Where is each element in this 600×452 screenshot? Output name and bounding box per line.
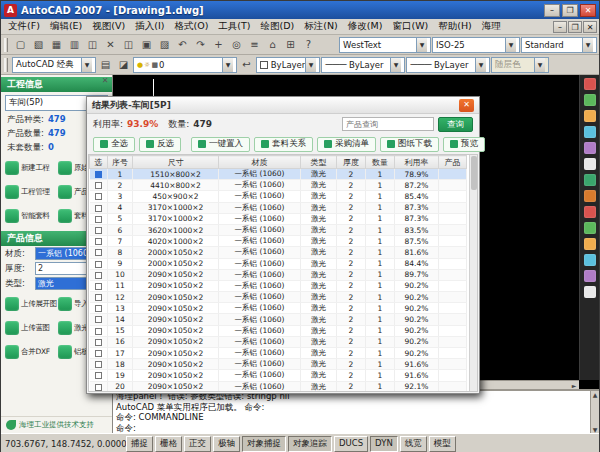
column-header[interactable]: 尺寸 — [133, 156, 219, 169]
row-checkbox[interactable] — [95, 272, 102, 279]
dialog-close-icon[interactable]: ✕ — [459, 99, 474, 112]
checkbox-cell[interactable] — [90, 180, 108, 191]
mtext-icon[interactable] — [584, 206, 596, 218]
status-toggle[interactable]: 对象追踪 — [288, 436, 332, 452]
status-toggle[interactable]: 正交 — [184, 436, 211, 452]
lineweight-dropdown[interactable]: ——— ByLayer ▼ — [406, 57, 490, 73]
insert-block-icon[interactable] — [584, 190, 596, 202]
table-row[interactable]: 192090×1050×2一系铝 (1060)激光2191.6% — [90, 370, 467, 381]
command-line-window[interactable]: 海理panel！ 错误: 参数类型错误: stringp nilAutoCAD … — [113, 389, 599, 433]
dimension-icon[interactable] — [584, 222, 596, 234]
vertical-scrollbar[interactable]: ▲▼ — [590, 391, 599, 433]
help-icon[interactable]: ? — [300, 37, 317, 53]
pan-icon[interactable]: + — [210, 37, 227, 53]
checkbox-cell[interactable] — [90, 370, 108, 381]
minimize-icon[interactable]: – — [544, 4, 560, 17]
row-checkbox[interactable] — [95, 305, 102, 312]
row-checkbox[interactable] — [95, 328, 102, 335]
restore-icon[interactable]: ❐ — [562, 4, 578, 17]
status-toggle[interactable]: 线宽 — [400, 436, 427, 452]
query-button[interactable]: 查询 — [438, 117, 473, 132]
row-checkbox[interactable] — [95, 216, 102, 223]
erase-icon[interactable] — [584, 286, 596, 298]
table-row[interactable]: 202090×1050×2一系铝 (1060)激光2192.1% — [90, 381, 467, 392]
table-row[interactable]: 43170×1000×2一系铝 (1060)激光2187.3% — [90, 202, 467, 213]
scroll-right-icon[interactable]: ► — [569, 382, 579, 389]
table-row[interactable]: 3450×900×2一系铝 (1060)激光2185.4% — [90, 191, 467, 202]
color-dropdown[interactable]: ByLayer ▼ — [256, 57, 320, 73]
checkbox-cell[interactable] — [90, 224, 108, 235]
checkbox-cell[interactable] — [90, 191, 108, 202]
status-toggle[interactable]: 极轴 — [213, 436, 240, 452]
chevron-down-icon[interactable]: ▼ — [81, 58, 92, 72]
table-row[interactable]: 172090×1050×2一系铝 (1060)激光2190.2% — [90, 348, 467, 359]
row-checkbox[interactable] — [95, 316, 102, 323]
checkbox-cell[interactable] — [90, 236, 108, 247]
table-row[interactable]: 162090×1050×2一系铝 (1060)激光2190.2% — [90, 336, 467, 347]
checkbox-cell[interactable] — [90, 303, 108, 314]
chevron-down-icon[interactable]: ▼ — [390, 58, 401, 72]
table-row[interactable]: 182090×1050×2一系铝 (1060)激光2191.6% — [90, 359, 467, 370]
table-row[interactable]: 63620×1000×2一系铝 (1060)激光2183.5% — [90, 224, 467, 235]
toolbar-grip[interactable] — [4, 58, 8, 72]
chevron-down-icon[interactable]: ▼ — [582, 38, 593, 52]
paste-icon[interactable]: ▣ — [138, 37, 155, 53]
table-row[interactable]: 53170×1000×2一系铝 (1060)激光2187.3% — [90, 213, 467, 224]
line-icon[interactable] — [584, 78, 596, 90]
checkbox-cell[interactable] — [90, 348, 108, 359]
row-checkbox[interactable] — [95, 294, 102, 301]
quickcalc-icon[interactable]: ⊞ — [282, 37, 299, 53]
table-style-dropdown[interactable]: Standard ▼ — [521, 37, 597, 53]
status-toggle[interactable]: DYN — [370, 436, 398, 452]
row-checkbox[interactable] — [95, 182, 102, 189]
rotate-icon[interactable] — [584, 254, 596, 266]
cut-icon[interactable]: ✕ — [102, 37, 119, 53]
row-checkbox[interactable] — [95, 384, 102, 391]
dim-style-dropdown[interactable]: ISO-25 ▼ — [432, 37, 520, 53]
hatch-icon[interactable] — [584, 174, 596, 186]
menu-item[interactable]: 格式(O) — [169, 19, 213, 32]
upload-unfold-button[interactable]: 上传展开图 — [3, 292, 56, 316]
preview-button[interactable]: 预览 — [443, 137, 485, 152]
row-checkbox[interactable] — [95, 350, 102, 357]
table-row[interactable]: 132090×1050×2一系铝 (1060)激光2190.2% — [90, 303, 467, 314]
smart-nesting-button[interactable]: 智能套料 — [3, 204, 56, 228]
circle-icon[interactable] — [584, 110, 596, 122]
toolbar-grip[interactable] — [4, 38, 8, 52]
menu-item[interactable]: 绘图(D) — [256, 19, 300, 32]
properties-icon[interactable]: ≡ — [246, 37, 263, 53]
table-row[interactable]: 152090×1050×2一系铝 (1060)激光2190.2% — [90, 325, 467, 336]
row-checkbox[interactable] — [95, 205, 102, 212]
chevron-down-icon[interactable]: ▼ — [416, 38, 427, 52]
doc-minimize-icon[interactable]: – — [553, 21, 567, 33]
polyline-icon[interactable] — [584, 94, 596, 106]
column-header[interactable]: 序号 — [108, 156, 133, 169]
table-row[interactable]: 102090×1050×2一系铝 (1060)激光2189.7% — [90, 269, 467, 280]
trim-icon[interactable] — [584, 270, 596, 282]
table-row[interactable]: 82000×1050×2一系铝 (1060)激光2181.6% — [90, 247, 467, 258]
menu-item[interactable]: 视图(V) — [87, 19, 130, 32]
row-checkbox[interactable] — [95, 361, 102, 368]
dialog-title-bar[interactable]: 结果列表-车间[5P] ✕ — [87, 97, 479, 114]
product-search-input[interactable] — [342, 117, 434, 131]
checkbox-cell[interactable] — [90, 381, 108, 392]
menu-item[interactable]: 海理 — [477, 19, 506, 32]
invert-selection-button[interactable]: 反选 — [139, 137, 181, 152]
rectangle-icon[interactable] — [584, 142, 596, 154]
table-row[interactable]: 142090×1050×2一系铝 (1060)激光2190.2% — [90, 314, 467, 325]
undo-icon[interactable]: ↶ — [174, 37, 191, 53]
checkbox-cell[interactable] — [90, 269, 108, 280]
chevron-down-icon[interactable]: ▼ — [222, 58, 233, 72]
row-checkbox[interactable] — [95, 171, 102, 178]
checkbox-cell[interactable] — [90, 325, 108, 336]
checkbox-cell[interactable] — [90, 258, 108, 269]
workspace-dropdown[interactable]: AutoCAD 经典 ▼ — [12, 57, 96, 73]
checkbox-cell[interactable] — [90, 213, 108, 224]
open-icon[interactable]: ▧ — [30, 37, 47, 53]
layer-previous-icon[interactable]: ↩ — [238, 57, 255, 73]
plot-preview-icon[interactable]: ◫ — [84, 37, 101, 53]
table-row[interactable]: 11510×800×2一系铝 (1060)激光2178.9% — [90, 169, 467, 180]
status-toggle[interactable]: 捕捉 — [126, 436, 153, 452]
row-checkbox[interactable] — [95, 372, 102, 379]
menu-item[interactable]: 插入(I) — [130, 19, 169, 32]
